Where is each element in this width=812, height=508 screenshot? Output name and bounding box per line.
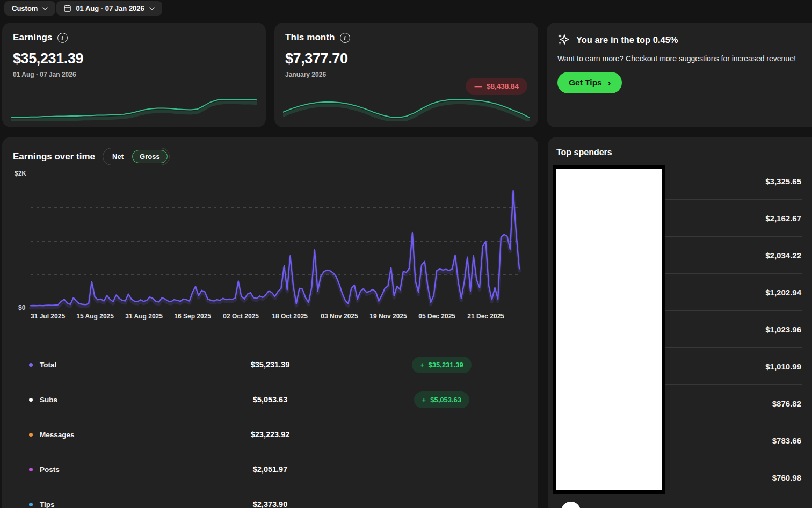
spender-amount: $760.98 <box>772 473 801 482</box>
spender-amount: $2,162.67 <box>765 214 801 223</box>
earnings-total-amount: $35,231.39 <box>13 50 255 67</box>
spender-amount: $1,023.96 <box>765 325 801 334</box>
plus-icon: + <box>420 361 424 369</box>
row-label: Messages <box>40 431 75 439</box>
row-value: $35,231.39 <box>184 360 356 369</box>
net-gross-toggle: Net Gross <box>103 148 170 165</box>
x-tick-label: 16 Sep 2025 <box>174 313 211 320</box>
x-tick-label: 21 Dec 2025 <box>467 313 504 320</box>
preset-dropdown[interactable]: Custom <box>4 1 55 16</box>
negative-delta-badge: — $8,438.84 <box>466 78 527 95</box>
x-tick-label: 05 Dec 2025 <box>418 313 455 320</box>
promo-body-text: Want to earn more? Checkout more suggest… <box>557 54 796 63</box>
toggle-option-net[interactable]: Net <box>105 150 131 163</box>
series-color-dot <box>29 468 33 471</box>
date-range-dropdown[interactable]: 01 Aug - 07 Jan 2026 <box>56 1 162 16</box>
breakdown-row-messages: Messages $23,223.92 + <box>13 417 527 452</box>
this-month-sparkline <box>283 96 530 121</box>
spender-amount: $3,325.65 <box>765 177 801 186</box>
date-filter-bar: Custom 01 Aug - 07 Jan 2026 <box>0 0 812 16</box>
row-label: Total <box>40 361 56 369</box>
top-percent-promo-card: You are in the top 0.45% Want to earn mo… <box>547 23 812 127</box>
breakdown-row-total: Total $35,231.39 +$35,231.39 <box>13 347 527 382</box>
breakdown-row-subs: Subs $5,053.63 +$5,053.63 <box>13 382 527 417</box>
top-percent-title: You are in the top 0.45% <box>576 35 678 45</box>
series-color-dot <box>29 433 33 437</box>
row-label: Tips <box>40 500 55 508</box>
spender-amount: $2,034.22 <box>765 251 801 260</box>
series-color-dot <box>29 398 33 402</box>
spender-amount: $1,010.99 <box>765 362 801 371</box>
earnings-card-title: Earnings <box>13 32 53 43</box>
this-month-card-title: This month <box>285 32 335 43</box>
minus-icon: — <box>474 82 482 90</box>
spender-amount: $1,202.94 <box>765 288 801 297</box>
row-value: $23,223.92 <box>184 430 356 439</box>
main-content-row: Earnings over time Net Gross $2K $0 31 J… <box>2 137 812 508</box>
spender-amount: $876.82 <box>772 399 801 408</box>
earnings-breakdown-table: Total $35,231.39 +$35,231.39 Subs $5,053… <box>13 347 527 508</box>
spender-amount: $783.66 <box>772 436 801 445</box>
breakdown-row-posts: Posts $2,051.97 + <box>13 452 527 487</box>
earnings-period: 01 Aug - 07 Jan 2026 <box>13 71 255 78</box>
positive-amount-badge: +$35,231.39 <box>412 357 472 373</box>
spender-row-partial[interactable] <box>556 496 802 508</box>
row-value: $2,373.90 <box>184 500 356 508</box>
arrow-right-icon: › <box>608 78 611 88</box>
x-tick-label: 31 Jul 2025 <box>31 313 65 320</box>
preset-label: Custom <box>12 4 38 12</box>
row-label: Posts <box>40 466 60 474</box>
this-month-amount: $7,377.70 <box>285 50 527 67</box>
series-color-dot <box>29 503 33 506</box>
redaction-overlay <box>553 165 665 494</box>
summary-cards-row: Earnings i $35,231.39 01 Aug - 07 Jan 20… <box>2 23 812 127</box>
x-tick-label: 15 Aug 2025 <box>76 313 114 320</box>
sparkles-icon <box>557 33 570 46</box>
line-chart-svg <box>13 169 527 325</box>
x-tick-label: 31 Aug 2025 <box>125 313 163 320</box>
calendar-icon <box>64 5 71 12</box>
delta-amount: $8,438.84 <box>487 82 519 90</box>
breakdown-row-tips: Tips $2,373.90 + <box>13 487 527 508</box>
get-tips-label: Get Tips <box>569 78 602 88</box>
chevron-down-icon <box>149 7 155 10</box>
info-icon[interactable]: i <box>340 33 350 43</box>
chevron-down-icon <box>42 7 48 10</box>
chart-title: Earnings over time <box>13 151 95 162</box>
earnings-card: Earnings i $35,231.39 01 Aug - 07 Jan 20… <box>2 23 266 127</box>
info-icon[interactable]: i <box>57 33 68 43</box>
date-range-label: 01 Aug - 07 Jan 2026 <box>76 4 144 12</box>
plus-icon: + <box>422 396 426 404</box>
x-tick-label: 19 Nov 2025 <box>369 313 407 320</box>
this-month-period: January 2026 <box>285 71 527 78</box>
top-spenders-card: Top spenders $3,325.65 $2,162.67 $2,034.… <box>548 137 812 508</box>
avatar <box>561 502 581 508</box>
x-tick-label: 02 Oct 2025 <box>223 313 259 320</box>
series-color-dot <box>29 363 33 367</box>
toggle-option-gross[interactable]: Gross <box>132 150 168 163</box>
row-value: $2,051.97 <box>184 465 356 474</box>
top-spenders-title: Top spenders <box>556 147 802 157</box>
get-tips-button[interactable]: Get Tips › <box>557 72 622 93</box>
earnings-sparkline <box>11 96 257 121</box>
x-tick-label: 03 Nov 2025 <box>321 313 358 320</box>
this-month-card: This month i $7,377.70 January 2026 — $8… <box>274 23 538 127</box>
row-label: Subs <box>40 396 57 404</box>
x-tick-label: 18 Oct 2025 <box>272 313 308 320</box>
earnings-line-chart: $2K $0 31 Jul 202515 Aug 202531 Aug 2025… <box>13 169 527 325</box>
row-value: $5,053.63 <box>184 395 356 404</box>
positive-amount-badge: +$5,053.63 <box>414 391 469 408</box>
earnings-over-time-card: Earnings over time Net Gross $2K $0 31 J… <box>2 137 538 508</box>
